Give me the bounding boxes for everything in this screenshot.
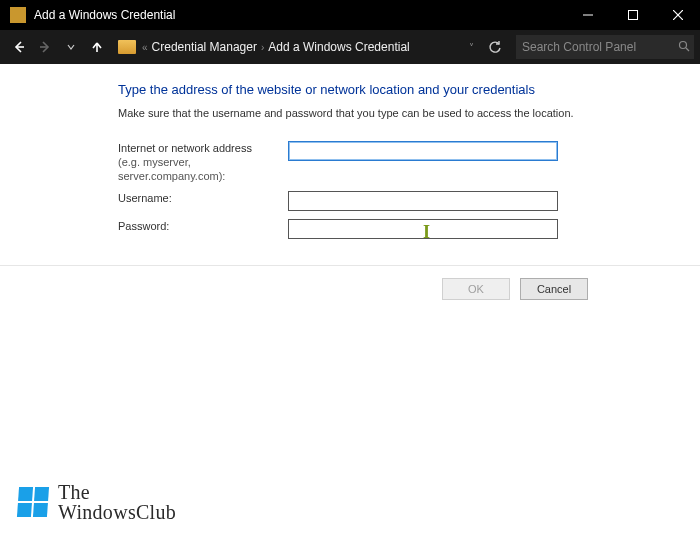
watermark: The WindowsClub — [18, 482, 176, 522]
password-input[interactable] — [288, 219, 558, 239]
refresh-button[interactable] — [482, 34, 508, 60]
page-subtext: Make sure that the username and password… — [118, 107, 670, 119]
back-button[interactable] — [6, 34, 32, 60]
search-input[interactable] — [522, 40, 672, 54]
address-input[interactable] — [288, 141, 558, 161]
breadcrumb-item[interactable]: Credential Manager — [152, 40, 257, 54]
svg-rect-1 — [628, 11, 637, 20]
up-button[interactable] — [84, 34, 110, 60]
close-button[interactable] — [655, 0, 700, 30]
search-box[interactable] — [516, 35, 694, 59]
search-icon — [678, 40, 690, 55]
button-row: OK Cancel — [0, 266, 700, 300]
username-input[interactable] — [288, 191, 558, 211]
window-title: Add a Windows Credential — [34, 8, 565, 22]
maximize-button[interactable] — [610, 0, 655, 30]
chevron-right-icon: « — [142, 42, 148, 53]
cancel-button[interactable]: Cancel — [520, 278, 588, 300]
window-titlebar: Add a Windows Credential — [0, 0, 700, 30]
recent-dropdown[interactable] — [58, 34, 84, 60]
forward-button[interactable] — [32, 34, 58, 60]
chevron-right-icon: › — [261, 42, 264, 53]
form-row-address: Internet or network address (e.g. myserv… — [118, 141, 670, 183]
form-row-password: Password: — [118, 219, 670, 239]
toolbar: « Credential Manager › Add a Windows Cre… — [0, 30, 700, 64]
watermark-text: The WindowsClub — [58, 482, 176, 522]
content-area: Type the address of the website or netwo… — [0, 64, 700, 300]
address-dropdown-icon[interactable]: ˅ — [469, 42, 474, 53]
form-row-username: Username: — [118, 191, 670, 211]
username-label: Username: — [118, 191, 288, 205]
app-icon — [10, 7, 26, 23]
breadcrumb[interactable]: « Credential Manager › Add a Windows Cre… — [142, 40, 461, 54]
ok-button[interactable]: OK — [442, 278, 510, 300]
minimize-button[interactable] — [565, 0, 610, 30]
watermark-logo-icon — [17, 487, 49, 517]
svg-point-6 — [680, 41, 687, 48]
folder-icon — [118, 40, 136, 54]
breadcrumb-item[interactable]: Add a Windows Credential — [268, 40, 409, 54]
password-label: Password: — [118, 219, 288, 233]
address-label: Internet or network address (e.g. myserv… — [118, 141, 288, 183]
page-headline: Type the address of the website or netwo… — [118, 82, 670, 97]
svg-line-7 — [686, 48, 689, 51]
